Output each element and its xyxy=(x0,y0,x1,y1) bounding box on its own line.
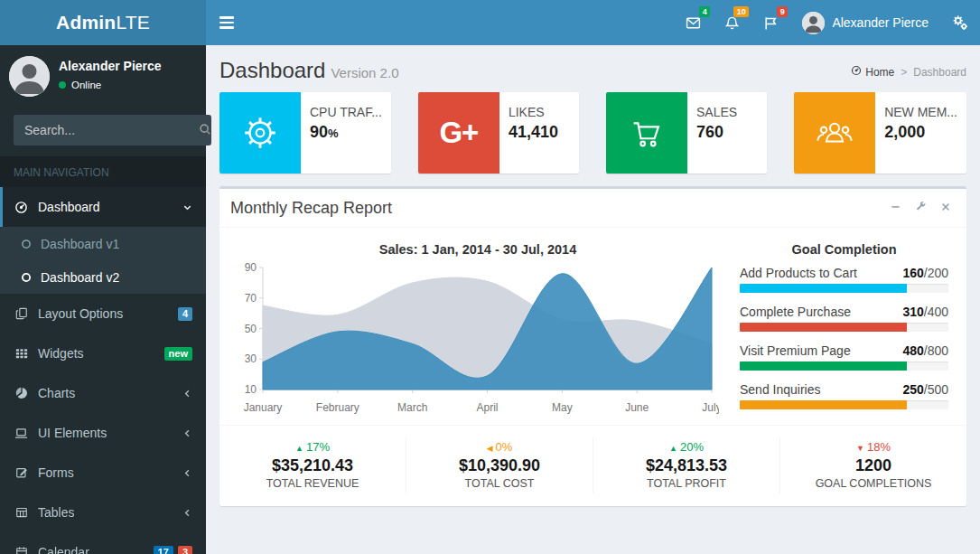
info-box-label: LIKES xyxy=(509,105,570,119)
control-sidebar-toggle[interactable] xyxy=(940,0,980,45)
progress-track xyxy=(740,323,948,332)
calendar-badge-red: 3 xyxy=(178,546,192,554)
user-name: Alexander Pierce xyxy=(832,15,929,30)
page-title: DashboardVersion 2.0 xyxy=(219,58,398,82)
chevron-left-icon xyxy=(182,468,192,478)
notifications-menu[interactable]: 10 xyxy=(713,0,751,45)
chevron-left-icon xyxy=(182,508,192,518)
top-navbar: AdminLTE 4 10 xyxy=(0,0,980,45)
breadcrumb-home-link[interactable]: Home xyxy=(851,65,894,79)
bell-icon xyxy=(724,15,740,31)
files-icon xyxy=(14,307,29,320)
sidebar-item-dashboard[interactable]: Dashboard xyxy=(0,187,206,227)
progress-number: 480/800 xyxy=(902,343,948,358)
sidebar-item-label: Tables xyxy=(38,505,74,520)
sidebar-toggle-button[interactable] xyxy=(206,0,247,45)
sidebar-item-label: Forms xyxy=(38,465,74,480)
collapse-button[interactable] xyxy=(885,198,905,218)
info-box-likes: LIKES 41,410 xyxy=(418,92,579,174)
stat-goal-completions: 18% 1200 GOAL COMPLETIONS xyxy=(780,437,966,493)
svg-text:30: 30 xyxy=(245,352,257,365)
info-box-cpu-traffic: CPU TRAF... 90% xyxy=(219,92,391,174)
sidebar-item-forms[interactable]: Forms xyxy=(0,453,206,493)
progress-number: 250/500 xyxy=(902,382,948,397)
svg-text:March: March xyxy=(397,401,427,414)
stat-total-profit: 20% $24,813.53 TOTAL PROFIT xyxy=(593,437,780,493)
user-status[interactable]: Online xyxy=(59,80,162,90)
goals-title: Goal Completion xyxy=(740,242,948,257)
progress-track xyxy=(740,400,948,409)
info-box-sales: SALES 760 xyxy=(606,92,767,174)
stat-label: TOTAL PROFIT xyxy=(599,477,774,490)
goal-completion-panel: Goal Completion Add Products to Cart 160… xyxy=(727,237,957,421)
tasks-badge: 9 xyxy=(777,6,788,17)
sidebar-item-charts[interactable]: Charts xyxy=(0,373,206,413)
google-plus-icon xyxy=(418,92,499,174)
flag-icon xyxy=(763,15,779,31)
sidebar-item-dashboard-v2[interactable]: Dashboard v2 xyxy=(0,260,206,294)
progress-number: 310/400 xyxy=(902,305,948,319)
progress-group-visit-premium: Visit Premium Page 480/800 xyxy=(740,343,948,371)
wrench-icon xyxy=(915,201,927,215)
caret-up-icon xyxy=(295,440,303,454)
stat-value: $35,210.43 xyxy=(225,456,400,475)
calendar-badge-blue: 17 xyxy=(154,546,173,554)
stats-footer: 17% $35,210.43 TOTAL REVENUE 0% $10,390.… xyxy=(219,425,966,506)
sidebar-item-label: Layout Options xyxy=(38,306,123,321)
search-input[interactable] xyxy=(14,115,199,146)
sidebar-item-label: Widgets xyxy=(38,346,84,361)
laptop-icon xyxy=(14,427,29,440)
svg-text:50: 50 xyxy=(245,323,257,335)
pie-chart-icon xyxy=(14,387,29,399)
stat-label: TOTAL REVENUE xyxy=(225,477,400,490)
sidebar-item-tables[interactable]: Tables xyxy=(0,493,206,532)
content-area: DashboardVersion 2.0 Home > Dashboard CP… xyxy=(206,45,980,554)
minimize-icon xyxy=(890,201,901,215)
sidebar-item-layout-options[interactable]: Layout Options 4 xyxy=(0,294,206,333)
info-box-value: 41,410 xyxy=(509,123,570,142)
sidebar-user-name: Alexander Pierce xyxy=(59,59,162,73)
chart-title: Sales: 1 Jan, 2014 - 30 Jul, 2014 xyxy=(236,242,720,257)
svg-text:70: 70 xyxy=(245,292,257,305)
close-button[interactable] xyxy=(936,198,956,218)
info-box-label: NEW MEM... xyxy=(884,105,957,119)
search-button[interactable] xyxy=(199,115,211,146)
info-box-label: CPU TRAF... xyxy=(310,105,382,119)
messages-menu[interactable]: 4 xyxy=(674,0,713,45)
sidebar-item-label: UI Elements xyxy=(38,426,107,440)
sidebar-item-label: Dashboard v2 xyxy=(41,270,119,285)
settings-button[interactable] xyxy=(910,198,930,218)
brand-logo[interactable]: AdminLTE xyxy=(0,0,206,45)
sales-area-chart: 1030507090JanuaryFebruaryMarchAprilMayJu… xyxy=(236,260,720,418)
svg-text:February: February xyxy=(316,401,359,414)
stat-total-cost: 0% $10,390.90 TOTAL COST xyxy=(406,437,593,493)
svg-text:10: 10 xyxy=(245,383,257,396)
sidebar-menu: Dashboard Dashboard v1 xyxy=(0,187,206,554)
grid-icon xyxy=(14,347,29,360)
progress-track xyxy=(740,284,948,293)
envelope-icon xyxy=(686,15,701,31)
sidebar-item-calendar[interactable]: Calendar 17 3 xyxy=(0,532,206,554)
svg-text:April: April xyxy=(476,401,498,414)
stat-value: $24,813.53 xyxy=(599,456,774,475)
breadcrumb-current: Dashboard xyxy=(913,66,966,79)
stat-label: GOAL COMPLETIONS xyxy=(786,477,961,490)
progress-bar xyxy=(740,400,907,409)
dashboard-icon xyxy=(14,201,29,214)
progress-bar xyxy=(740,323,907,332)
progress-group-add-to-cart: Add Products to Cart 160/200 xyxy=(740,266,948,293)
info-box-value: 2,000 xyxy=(884,123,957,142)
stat-value: 1200 xyxy=(786,456,961,475)
user-menu[interactable]: Alexander Pierce xyxy=(790,0,940,45)
tasks-menu[interactable]: 9 xyxy=(751,0,790,45)
progress-label: Send Inquiries xyxy=(740,382,821,397)
sidebar-item-widgets[interactable]: Widgets new xyxy=(0,333,206,373)
sidebar-item-ui-elements[interactable]: UI Elements xyxy=(0,413,206,453)
user-avatar xyxy=(802,12,825,34)
cart-icon xyxy=(606,92,687,174)
sidebar-search-form xyxy=(14,115,192,146)
progress-track xyxy=(740,362,948,371)
sidebar-item-dashboard-v1[interactable]: Dashboard v1 xyxy=(0,227,206,260)
online-status-icon xyxy=(59,81,66,89)
brand-light: LTE xyxy=(116,12,150,33)
